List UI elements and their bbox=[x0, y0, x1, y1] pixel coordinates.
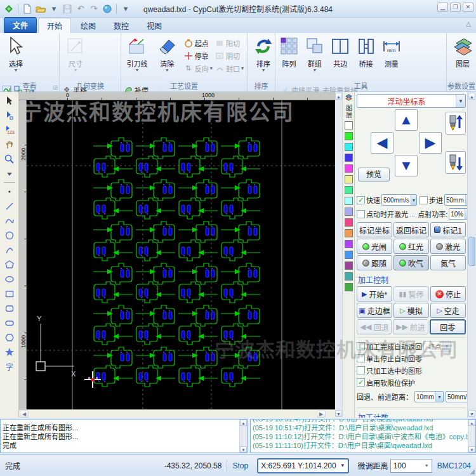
log-scroll-down-icon[interactable]: ▼ bbox=[240, 446, 247, 453]
open-file-icon[interactable] bbox=[35, 3, 46, 15]
nozzle-down-button[interactable] bbox=[446, 151, 466, 174]
coordinate-system-select[interactable]: 浮动坐标系 ▼ bbox=[357, 94, 466, 108]
position-select[interactable]: X:625.691 Y:1014.200 ▼ bbox=[257, 458, 348, 473]
line-tool-icon[interactable] bbox=[3, 199, 17, 213]
arc-tool-icon[interactable] bbox=[3, 242, 17, 257]
layer-palette-icon[interactable] bbox=[344, 93, 354, 102]
restore-button[interactable]: ❐ bbox=[450, 3, 461, 12]
layer-color-swatch[interactable] bbox=[345, 132, 353, 140]
scroll-down-icon[interactable]: ▼ bbox=[335, 410, 342, 417]
blow-button[interactable]: 吹气 bbox=[393, 255, 429, 270]
layer-color-swatch[interactable] bbox=[345, 121, 353, 129]
tab-nc[interactable]: 数控 bbox=[105, 18, 137, 33]
bridge-button[interactable]: 桥接 bbox=[354, 34, 378, 81]
jog-down-button[interactable]: ▼ bbox=[395, 155, 418, 176]
dock-button[interactable]: 停靠 bbox=[183, 50, 213, 62]
jog-laser-more[interactable]: ... bbox=[409, 210, 415, 218]
rounded-rect-tool-icon[interactable] bbox=[3, 301, 17, 315]
layer-color-swatch[interactable] bbox=[345, 240, 353, 248]
open-file-dropdown[interactable]: ▾ bbox=[48, 3, 60, 15]
tab-view[interactable]: 视图 bbox=[138, 18, 170, 33]
new-file-icon[interactable] bbox=[22, 3, 33, 15]
system-log[interactable]: 正在重新生成所有图形...正在重新生成所有图形...完成 ▲ ▼ bbox=[0, 419, 248, 453]
fine-tune-input[interactable]: 100 ▼ bbox=[390, 459, 432, 473]
hexagon-tool-icon[interactable] bbox=[3, 330, 17, 345]
return-mark-button[interactable]: 返回标记 bbox=[393, 222, 429, 237]
text-tool-icon[interactable]: 字 bbox=[3, 359, 17, 374]
jog-right-button[interactable]: ▶ bbox=[419, 132, 442, 154]
number-tool-icon[interactable]: 123 bbox=[3, 122, 17, 137]
app-logo-icon[interactable] bbox=[3, 3, 15, 15]
ellipse-tool-icon[interactable] bbox=[3, 272, 17, 286]
auto-return-checkbox[interactable] bbox=[357, 342, 365, 350]
jog-laser-checkbox[interactable] bbox=[357, 210, 365, 218]
tool-dropdown-icon[interactable] bbox=[3, 166, 17, 181]
pan-tool-icon[interactable] bbox=[3, 137, 17, 152]
help-icon[interactable] bbox=[102, 3, 113, 15]
frame-button[interactable]: ▣走边框 bbox=[357, 303, 392, 318]
drawing-canvas[interactable]: YX bbox=[27, 100, 335, 409]
zoom-tool-icon[interactable] bbox=[3, 152, 17, 166]
scroll-right-icon[interactable]: ▶ bbox=[317, 411, 326, 418]
obround-tool-icon[interactable] bbox=[3, 315, 17, 330]
simulate-button[interactable]: ▷模拟 bbox=[393, 303, 429, 318]
sort-button[interactable]: 排序▾ bbox=[249, 34, 277, 81]
system-log-scrollbar[interactable]: ▲ ▼ bbox=[239, 420, 247, 453]
canvas-v-scrollbar[interactable]: ▲ ▼ bbox=[335, 92, 343, 418]
soft-limit-checkbox[interactable] bbox=[357, 378, 365, 387]
measure-button[interactable]: mm 测量 bbox=[380, 34, 403, 81]
start-point-button[interactable]: 起点 bbox=[183, 37, 213, 49]
layer-color-swatch[interactable] bbox=[345, 208, 353, 216]
panel-scroll-down-icon[interactable]: ▼ bbox=[468, 410, 475, 417]
position-dropdown-icon[interactable]: ▼ bbox=[340, 463, 345, 468]
circle-tool-icon[interactable] bbox=[3, 228, 17, 242]
jog-left-button[interactable]: ◀ bbox=[371, 132, 393, 154]
jog-up-button[interactable]: ▲ bbox=[395, 109, 418, 131]
qat-customize-dropdown[interactable]: ▾ bbox=[120, 3, 131, 15]
layer-color-swatch[interactable] bbox=[345, 154, 353, 162]
back-distance-select[interactable]: 10mm▼ bbox=[414, 391, 444, 402]
rect-tool-icon[interactable] bbox=[3, 286, 17, 301]
layer-color-swatch[interactable] bbox=[345, 197, 353, 205]
auto-zero-checkbox[interactable] bbox=[357, 354, 365, 362]
point-tool-icon[interactable] bbox=[3, 184, 17, 199]
resize-grip[interactable]: ◢ bbox=[470, 468, 475, 475]
canvas-h-scrollbar[interactable]: ◀ ▶ bbox=[19, 409, 335, 418]
step-checkbox[interactable] bbox=[420, 196, 428, 204]
group-button[interactable]: 群组▾ bbox=[303, 34, 326, 81]
panel-scroll-up-icon[interactable]: ▲ bbox=[468, 93, 475, 100]
polyline-tool-icon[interactable] bbox=[3, 213, 17, 228]
panel-scroll-thumb[interactable] bbox=[468, 237, 475, 266]
layer-color-swatch[interactable] bbox=[345, 164, 353, 173]
file-log-scrollbar[interactable]: ▲ ▼ bbox=[468, 420, 475, 453]
layer-button[interactable]: 图层 bbox=[449, 34, 476, 81]
selected-only-checkbox[interactable] bbox=[357, 366, 365, 374]
tab-file[interactable]: 文件 bbox=[4, 17, 37, 33]
layer-color-swatch[interactable] bbox=[345, 283, 353, 291]
node-edit-tool-icon[interactable] bbox=[3, 108, 17, 122]
scroll-left-icon[interactable]: ◀ bbox=[20, 411, 29, 418]
layer-color-swatch[interactable] bbox=[345, 175, 353, 183]
star-tool-icon[interactable] bbox=[3, 345, 17, 359]
view-group-dialog-launcher[interactable]: ◲ bbox=[53, 84, 58, 90]
zero-button[interactable]: 回零 bbox=[430, 319, 466, 334]
tab-draw[interactable]: 绘图 bbox=[72, 18, 104, 33]
nitrogen-button[interactable]: 氮气 bbox=[430, 255, 466, 270]
file-log[interactable]: (05-19 10:51:47)打开文件：D:\用户目录\桌面\qweadad.… bbox=[250, 419, 476, 453]
layer-color-swatch[interactable] bbox=[345, 229, 353, 237]
log-scroll-down-icon2[interactable]: ▼ bbox=[468, 446, 475, 453]
mark-coord-button[interactable]: 标记坐标 bbox=[357, 222, 392, 237]
select-tool-icon[interactable] bbox=[3, 93, 17, 108]
preview-button[interactable]: 预览 bbox=[358, 168, 390, 182]
shutter-button[interactable]: 光闸 bbox=[357, 239, 392, 254]
layer-color-swatch[interactable] bbox=[345, 272, 353, 281]
clear-button[interactable]: 清除▾ bbox=[153, 34, 181, 81]
minimize-button[interactable]: ▁ bbox=[437, 3, 448, 12]
array-button[interactable]: 阵列 bbox=[277, 34, 301, 81]
log-scroll-up-icon[interactable]: ▲ bbox=[240, 420, 247, 426]
fast-speed-select[interactable]: 500mm/s▼ bbox=[381, 194, 417, 206]
layer-color-swatch[interactable] bbox=[345, 218, 353, 227]
log-scroll-up-icon2[interactable]: ▲ bbox=[468, 420, 475, 426]
layer-color-swatch[interactable] bbox=[345, 143, 353, 151]
start-button[interactable]: ▶开始* bbox=[357, 286, 392, 301]
